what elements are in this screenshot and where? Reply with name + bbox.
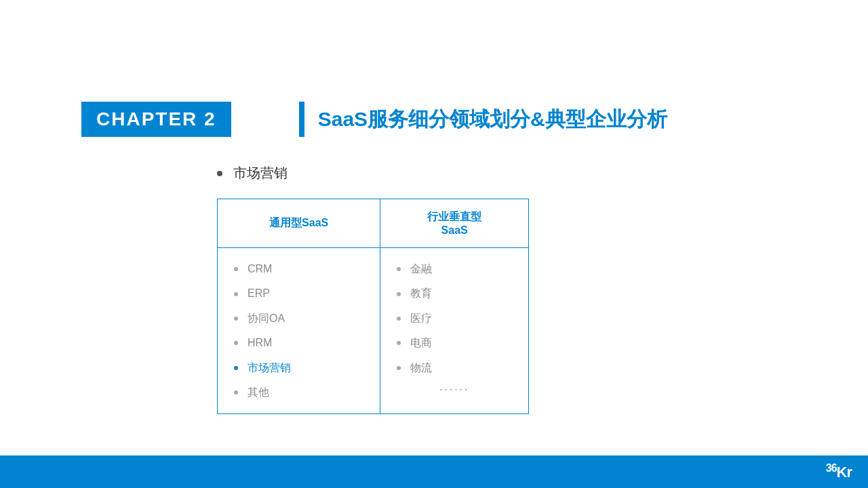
bottom-bar: 36Kr [0, 455, 868, 488]
table-cell-left: CRMERP协同OAHRM市场营销其他 [218, 248, 380, 414]
table-cell-right: 金融教育医疗电商物流 ...... [380, 248, 529, 414]
list-item: 物流 [397, 361, 512, 375]
list-item: 金融 [397, 262, 512, 277]
title-section: SaaS服务细分领域划分&典型企业分析 [299, 102, 667, 137]
table-header-left: 通用型SaaS [218, 199, 380, 248]
header-row: CHAPTER 2 SaaS服务细分领域划分&典型企业分析 [81, 102, 827, 137]
logo: 36Kr [826, 462, 852, 481]
list-item: 电商 [397, 336, 512, 350]
list-item: HRM [234, 336, 363, 350]
table-header-right: 行业垂直型 SaaS [380, 199, 529, 248]
chapter-title: SaaS服务细分领域划分&典型企业分析 [318, 106, 667, 134]
list-item: ERP [234, 286, 363, 301]
list-item: CRM [234, 262, 363, 277]
list-item-dot-icon [234, 341, 238, 345]
list-item-dot-icon [397, 341, 401, 345]
saas-table-wrapper: 通用型SaaS 行业垂直型 SaaS CRMERP协同OAHRM市场营销其他 金… [217, 199, 529, 414]
subtitle-text: 市场营销 [233, 164, 288, 182]
bullet-dot-icon [217, 171, 222, 176]
chapter-badge: CHAPTER 2 [81, 102, 231, 137]
list-item-dot-icon [397, 366, 401, 370]
list-item: 医疗 [397, 311, 512, 326]
list-item: 其他 [234, 385, 363, 400]
list-item-dot-icon [397, 317, 401, 321]
list-item-dot-icon [397, 292, 401, 296]
list-item-dot-icon [234, 292, 238, 296]
blue-accent-bar [299, 102, 304, 137]
list-item-dot-icon [234, 366, 238, 370]
list-item-dot-icon [234, 317, 238, 321]
saas-table: 通用型SaaS 行业垂直型 SaaS CRMERP协同OAHRM市场营销其他 金… [217, 199, 529, 414]
bullet-subtitle: 市场营销 [217, 164, 827, 182]
ellipsis-text: ...... [397, 381, 512, 393]
list-item: 教育 [397, 286, 512, 301]
list-item-dot-icon [234, 267, 238, 271]
list-item-dot-icon [234, 390, 238, 394]
main-content: CHAPTER 2 SaaS服务细分领域划分&典型企业分析 市场营销 通用型Sa… [81, 102, 827, 414]
list-item-dot-icon [397, 267, 401, 271]
logo-36: 36 [826, 462, 837, 474]
list-item: 协同OA [234, 311, 363, 326]
list-item: 市场营销 [234, 361, 363, 375]
